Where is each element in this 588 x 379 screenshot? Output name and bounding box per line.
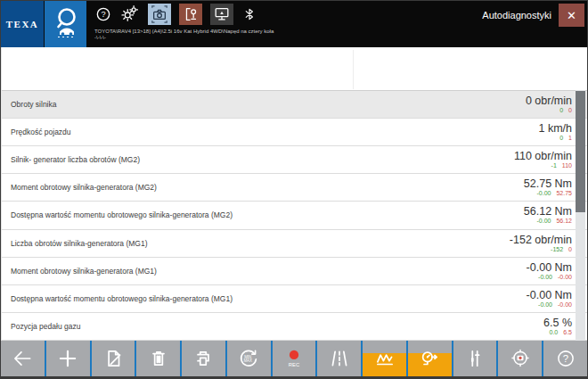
parameter-minmax: 0 0 (559, 107, 572, 114)
sliders-icon (463, 347, 486, 370)
parameter-label: Dostępna wartość momentu obrotowego siln… (2, 202, 524, 228)
table-row[interactable]: Silnik- generator liczba obrotów (MG2) 1… (2, 146, 587, 174)
road-lanes-icon (328, 347, 351, 370)
parameter-minmax: -0.00 56.12 (537, 218, 573, 225)
parameter-min: -1 (551, 162, 557, 169)
parameter-max: 6.5 (563, 329, 572, 336)
record-dot-icon: REC (282, 346, 306, 371)
minmax-circular-arrow-icon: MIN MAX (236, 346, 261, 371)
parameter-value: -0.00 Nm (527, 289, 572, 301)
camera-button[interactable] (148, 4, 171, 25)
parameter-max: 1 (568, 135, 572, 142)
parameter-min: 0 (559, 107, 563, 114)
minmax-reset-button[interactable]: MIN MAX (227, 341, 271, 376)
parameter-max: 0 (568, 107, 572, 114)
live-data-button[interactable] (408, 341, 452, 376)
device-button[interactable] (179, 4, 202, 25)
vehicle-info-line2: -\-\-\- (94, 35, 482, 41)
parameter-value: -0.00 Nm (527, 261, 572, 274)
main-area: Obroty silnika 0 obr/min 0 0 Prędkość po… (1, 47, 587, 341)
parameter-value: 6.5 % (543, 317, 572, 329)
add-button[interactable] (46, 341, 90, 376)
close-icon: ✕ (567, 9, 576, 22)
device-icon (181, 5, 200, 23)
table-row[interactable]: Prędkość pojazdu 1 km/h 0 1 (2, 119, 587, 146)
road-test-button[interactable] (317, 341, 361, 376)
back-button[interactable] (1, 341, 45, 376)
parameter-minmax: -1 110 (551, 162, 572, 169)
arrow-left-icon (11, 347, 34, 370)
bottom-toolbar: MIN MAX REC (1, 341, 587, 378)
topbar-icon-row: ? (94, 1, 482, 28)
column-divider (353, 50, 354, 89)
table-row[interactable]: Liczba obrotów silnika-generatora (MG1) … (2, 230, 587, 258)
vehicle-info: TOYOTA\RAV4 [13>18] (A4)\2.5i 16v Kat Hy… (94, 29, 482, 41)
question-icon: ? (554, 347, 577, 370)
record-button[interactable]: REC (273, 341, 316, 376)
parameter-minmax: -152 0 (551, 246, 572, 253)
parameter-minmax: -0.00 -0.00 (538, 274, 572, 281)
parameter-table: Obroty silnika 0 obr/min 0 0 Prędkość po… (2, 90, 587, 341)
trash-icon (147, 347, 170, 370)
parameter-max: 56.12 (556, 218, 572, 225)
waveform-icon (373, 347, 396, 370)
bluetooth-icon[interactable] (241, 5, 257, 23)
svg-text:?: ? (562, 353, 568, 364)
table-row[interactable]: Pozycja pedału gazu 6.5 % 0.0 6.5 (2, 313, 587, 341)
parameter-min: 0 (559, 135, 563, 142)
monitor-icon (212, 5, 232, 23)
parameter-label: Silnik- generator liczba obrotów (MG2) (2, 146, 514, 173)
vehicle-info-line1: TOYOTA\RAV4 [13>18] (A4)\2.5i 16v Kat Hy… (94, 29, 482, 35)
plus-icon (56, 347, 79, 370)
target-button[interactable] (498, 341, 542, 376)
svg-text:REC: REC (289, 362, 299, 367)
magnifier-car-icon (51, 5, 81, 43)
parameter-max: 110 (562, 162, 572, 169)
parameter-max: 52.75 (556, 190, 572, 197)
table-row[interactable]: Moment obrotowy silnika-generatora (MG2)… (2, 174, 587, 202)
table-row[interactable]: Moment obrotowy silnika-generatora (MG1)… (2, 258, 587, 285)
edit-button[interactable] (92, 341, 135, 376)
topbar-middle: ? (86, 1, 482, 47)
table-row[interactable]: Obroty silnika 0 obr/min 0 0 (2, 91, 587, 119)
parameter-min: 0.0 (550, 329, 559, 336)
parameter-minmax: 0.0 6.5 (550, 329, 572, 336)
parameter-label: Dostępna wartość momentu obrotowego siln… (2, 285, 527, 312)
brand-text: TEXA (6, 19, 39, 29)
close-button[interactable]: ✕ (559, 4, 584, 27)
monitor-button[interactable] (210, 4, 233, 25)
scrollbar-thumb[interactable] (576, 91, 585, 212)
app-window: TEXA ? (0, 0, 588, 379)
parameter-min: -0.00 (538, 274, 552, 281)
graph-view-button[interactable] (363, 341, 406, 376)
settings-gears-icon[interactable] (120, 4, 140, 24)
camera-icon (150, 5, 169, 23)
help-button[interactable]: ? (543, 341, 587, 376)
print-button[interactable] (182, 341, 225, 376)
app-area-label: Autodiagnostyki (482, 10, 551, 21)
parameter-value: 56.12 Nm (524, 205, 572, 218)
table-row[interactable]: Dostępna wartość momentu obrotowego siln… (2, 285, 587, 313)
parameter-label: Moment obrotowy silnika-generatora (MG2) (2, 174, 524, 201)
parameter-min: -0.00 (537, 218, 551, 225)
live-output-icon (418, 347, 441, 370)
delete-button[interactable] (136, 341, 180, 376)
parameter-min: -152 (551, 246, 563, 253)
parameter-minmax: 0 1 (559, 135, 572, 142)
parameter-label: Prędkość pojazdu (2, 119, 538, 145)
parameter-value: -152 obr/min (510, 234, 572, 246)
svg-text:MAX: MAX (244, 358, 253, 363)
parameter-label: Obroty silnika (2, 91, 526, 118)
parameter-min: -0.00 (538, 301, 552, 309)
table-row[interactable]: Dostępna wartość momentu obrotowego siln… (2, 202, 587, 229)
parameter-min: -0.00 (537, 190, 551, 197)
brand-logo: TEXA (1, 1, 44, 47)
topbar-right: Autodiagnostyki ✕ (482, 1, 587, 47)
scrollbar[interactable] (576, 90, 585, 341)
parameter-minmax: -0.00 -0.00 (538, 301, 572, 309)
help-icon[interactable]: ? (94, 5, 112, 23)
parameter-value: 0 obr/min (526, 95, 572, 107)
vehicle-search-button[interactable] (45, 1, 86, 47)
parameter-label: Pozycja pedału gazu (2, 313, 543, 340)
settings-sliders-button[interactable] (453, 341, 497, 376)
